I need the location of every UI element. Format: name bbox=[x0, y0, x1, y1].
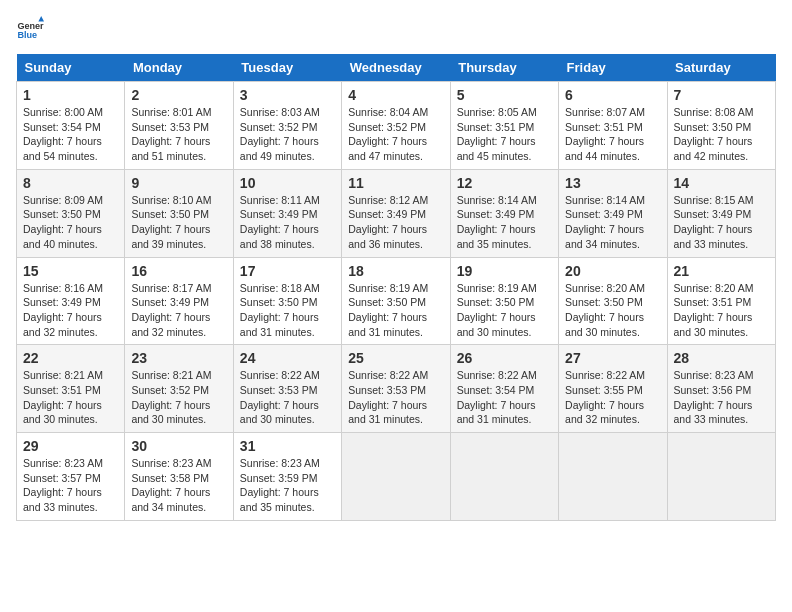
day-number: 3 bbox=[240, 87, 335, 103]
day-info: Sunrise: 8:22 AMSunset: 3:53 PMDaylight:… bbox=[240, 368, 335, 427]
day-header-friday: Friday bbox=[559, 54, 667, 82]
day-number: 29 bbox=[23, 438, 118, 454]
day-number: 27 bbox=[565, 350, 660, 366]
calendar-week-4: 22Sunrise: 8:21 AMSunset: 3:51 PMDayligh… bbox=[17, 345, 776, 433]
calendar-week-5: 29Sunrise: 8:23 AMSunset: 3:57 PMDayligh… bbox=[17, 433, 776, 521]
calendar-cell: 1Sunrise: 8:00 AMSunset: 3:54 PMDaylight… bbox=[17, 82, 125, 170]
day-info: Sunrise: 8:23 AMSunset: 3:56 PMDaylight:… bbox=[674, 368, 769, 427]
day-info: Sunrise: 8:00 AMSunset: 3:54 PMDaylight:… bbox=[23, 105, 118, 164]
day-header-wednesday: Wednesday bbox=[342, 54, 450, 82]
day-number: 1 bbox=[23, 87, 118, 103]
day-info: Sunrise: 8:03 AMSunset: 3:52 PMDaylight:… bbox=[240, 105, 335, 164]
day-header-sunday: Sunday bbox=[17, 54, 125, 82]
day-info: Sunrise: 8:21 AMSunset: 3:51 PMDaylight:… bbox=[23, 368, 118, 427]
calendar-cell: 25Sunrise: 8:22 AMSunset: 3:53 PMDayligh… bbox=[342, 345, 450, 433]
day-number: 5 bbox=[457, 87, 552, 103]
day-info: Sunrise: 8:22 AMSunset: 3:55 PMDaylight:… bbox=[565, 368, 660, 427]
day-info: Sunrise: 8:22 AMSunset: 3:54 PMDaylight:… bbox=[457, 368, 552, 427]
calendar-cell: 16Sunrise: 8:17 AMSunset: 3:49 PMDayligh… bbox=[125, 257, 233, 345]
calendar-cell: 27Sunrise: 8:22 AMSunset: 3:55 PMDayligh… bbox=[559, 345, 667, 433]
day-info: Sunrise: 8:12 AMSunset: 3:49 PMDaylight:… bbox=[348, 193, 443, 252]
day-info: Sunrise: 8:07 AMSunset: 3:51 PMDaylight:… bbox=[565, 105, 660, 164]
day-number: 31 bbox=[240, 438, 335, 454]
day-number: 10 bbox=[240, 175, 335, 191]
day-number: 8 bbox=[23, 175, 118, 191]
day-info: Sunrise: 8:20 AMSunset: 3:50 PMDaylight:… bbox=[565, 281, 660, 340]
calendar-cell: 26Sunrise: 8:22 AMSunset: 3:54 PMDayligh… bbox=[450, 345, 558, 433]
day-info: Sunrise: 8:01 AMSunset: 3:53 PMDaylight:… bbox=[131, 105, 226, 164]
logo-icon: General Blue bbox=[16, 16, 44, 44]
calendar-cell: 11Sunrise: 8:12 AMSunset: 3:49 PMDayligh… bbox=[342, 169, 450, 257]
day-info: Sunrise: 8:16 AMSunset: 3:49 PMDaylight:… bbox=[23, 281, 118, 340]
day-number: 24 bbox=[240, 350, 335, 366]
day-number: 12 bbox=[457, 175, 552, 191]
day-info: Sunrise: 8:23 AMSunset: 3:59 PMDaylight:… bbox=[240, 456, 335, 515]
day-info: Sunrise: 8:20 AMSunset: 3:51 PMDaylight:… bbox=[674, 281, 769, 340]
calendar-cell: 5Sunrise: 8:05 AMSunset: 3:51 PMDaylight… bbox=[450, 82, 558, 170]
day-number: 21 bbox=[674, 263, 769, 279]
day-info: Sunrise: 8:19 AMSunset: 3:50 PMDaylight:… bbox=[348, 281, 443, 340]
calendar-cell: 12Sunrise: 8:14 AMSunset: 3:49 PMDayligh… bbox=[450, 169, 558, 257]
calendar-cell: 13Sunrise: 8:14 AMSunset: 3:49 PMDayligh… bbox=[559, 169, 667, 257]
calendar-header-row: SundayMondayTuesdayWednesdayThursdayFrid… bbox=[17, 54, 776, 82]
day-number: 20 bbox=[565, 263, 660, 279]
day-number: 30 bbox=[131, 438, 226, 454]
day-number: 13 bbox=[565, 175, 660, 191]
day-number: 18 bbox=[348, 263, 443, 279]
calendar-week-2: 8Sunrise: 8:09 AMSunset: 3:50 PMDaylight… bbox=[17, 169, 776, 257]
calendar-cell: 8Sunrise: 8:09 AMSunset: 3:50 PMDaylight… bbox=[17, 169, 125, 257]
calendar-cell: 28Sunrise: 8:23 AMSunset: 3:56 PMDayligh… bbox=[667, 345, 775, 433]
calendar-cell bbox=[450, 433, 558, 521]
day-info: Sunrise: 8:15 AMSunset: 3:49 PMDaylight:… bbox=[674, 193, 769, 252]
day-number: 15 bbox=[23, 263, 118, 279]
calendar-cell bbox=[342, 433, 450, 521]
calendar-cell: 24Sunrise: 8:22 AMSunset: 3:53 PMDayligh… bbox=[233, 345, 341, 433]
day-info: Sunrise: 8:17 AMSunset: 3:49 PMDaylight:… bbox=[131, 281, 226, 340]
calendar-cell bbox=[559, 433, 667, 521]
calendar-cell: 19Sunrise: 8:19 AMSunset: 3:50 PMDayligh… bbox=[450, 257, 558, 345]
day-number: 9 bbox=[131, 175, 226, 191]
day-info: Sunrise: 8:19 AMSunset: 3:50 PMDaylight:… bbox=[457, 281, 552, 340]
calendar-cell: 3Sunrise: 8:03 AMSunset: 3:52 PMDaylight… bbox=[233, 82, 341, 170]
day-info: Sunrise: 8:18 AMSunset: 3:50 PMDaylight:… bbox=[240, 281, 335, 340]
calendar-cell: 30Sunrise: 8:23 AMSunset: 3:58 PMDayligh… bbox=[125, 433, 233, 521]
svg-marker-2 bbox=[38, 16, 44, 22]
calendar-cell: 14Sunrise: 8:15 AMSunset: 3:49 PMDayligh… bbox=[667, 169, 775, 257]
calendar-cell: 7Sunrise: 8:08 AMSunset: 3:50 PMDaylight… bbox=[667, 82, 775, 170]
day-info: Sunrise: 8:14 AMSunset: 3:49 PMDaylight:… bbox=[565, 193, 660, 252]
day-info: Sunrise: 8:21 AMSunset: 3:52 PMDaylight:… bbox=[131, 368, 226, 427]
calendar-cell: 4Sunrise: 8:04 AMSunset: 3:52 PMDaylight… bbox=[342, 82, 450, 170]
day-info: Sunrise: 8:04 AMSunset: 3:52 PMDaylight:… bbox=[348, 105, 443, 164]
day-info: Sunrise: 8:22 AMSunset: 3:53 PMDaylight:… bbox=[348, 368, 443, 427]
day-info: Sunrise: 8:08 AMSunset: 3:50 PMDaylight:… bbox=[674, 105, 769, 164]
calendar-week-1: 1Sunrise: 8:00 AMSunset: 3:54 PMDaylight… bbox=[17, 82, 776, 170]
day-number: 16 bbox=[131, 263, 226, 279]
day-number: 17 bbox=[240, 263, 335, 279]
calendar-body: 1Sunrise: 8:00 AMSunset: 3:54 PMDaylight… bbox=[17, 82, 776, 521]
day-number: 11 bbox=[348, 175, 443, 191]
calendar-cell: 20Sunrise: 8:20 AMSunset: 3:50 PMDayligh… bbox=[559, 257, 667, 345]
day-number: 28 bbox=[674, 350, 769, 366]
day-number: 22 bbox=[23, 350, 118, 366]
day-number: 2 bbox=[131, 87, 226, 103]
calendar-cell: 6Sunrise: 8:07 AMSunset: 3:51 PMDaylight… bbox=[559, 82, 667, 170]
day-number: 25 bbox=[348, 350, 443, 366]
calendar-cell: 29Sunrise: 8:23 AMSunset: 3:57 PMDayligh… bbox=[17, 433, 125, 521]
day-header-saturday: Saturday bbox=[667, 54, 775, 82]
calendar-cell: 23Sunrise: 8:21 AMSunset: 3:52 PMDayligh… bbox=[125, 345, 233, 433]
calendar-cell: 17Sunrise: 8:18 AMSunset: 3:50 PMDayligh… bbox=[233, 257, 341, 345]
day-header-tuesday: Tuesday bbox=[233, 54, 341, 82]
day-info: Sunrise: 8:14 AMSunset: 3:49 PMDaylight:… bbox=[457, 193, 552, 252]
calendar-week-3: 15Sunrise: 8:16 AMSunset: 3:49 PMDayligh… bbox=[17, 257, 776, 345]
calendar-cell: 10Sunrise: 8:11 AMSunset: 3:49 PMDayligh… bbox=[233, 169, 341, 257]
calendar-cell: 22Sunrise: 8:21 AMSunset: 3:51 PMDayligh… bbox=[17, 345, 125, 433]
calendar-cell: 21Sunrise: 8:20 AMSunset: 3:51 PMDayligh… bbox=[667, 257, 775, 345]
day-info: Sunrise: 8:09 AMSunset: 3:50 PMDaylight:… bbox=[23, 193, 118, 252]
calendar-cell bbox=[667, 433, 775, 521]
calendar-table: SundayMondayTuesdayWednesdayThursdayFrid… bbox=[16, 54, 776, 521]
logo: General Blue bbox=[16, 16, 50, 44]
svg-text:General: General bbox=[17, 21, 44, 31]
day-info: Sunrise: 8:11 AMSunset: 3:49 PMDaylight:… bbox=[240, 193, 335, 252]
calendar-cell: 18Sunrise: 8:19 AMSunset: 3:50 PMDayligh… bbox=[342, 257, 450, 345]
svg-text:Blue: Blue bbox=[17, 30, 37, 40]
